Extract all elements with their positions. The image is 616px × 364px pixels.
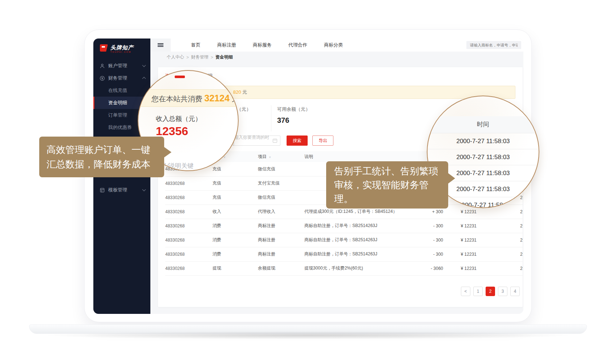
- callout-right-text: 告别手工统计、告别繁琐审核，实现智能财务管理。: [334, 166, 438, 204]
- nav-tab-4[interactable]: 商标分类: [324, 42, 343, 48]
- brand-logo-icon: [100, 44, 108, 52]
- cell-time: 2000-7-27 11:58:03: [477, 233, 523, 247]
- sidebar-item-1[interactable]: 财务管理: [93, 72, 150, 84]
- table-row: 48330268消费商标注册商标自助注册，订单号：SB2514263J- 300…: [165, 233, 523, 247]
- table-row: 48330268消费商标注册商标自助注册，订单号：SB2514263J- 300…: [165, 219, 523, 233]
- callout-right-arrow-icon: [448, 173, 455, 184]
- sidebar-item-label: 模板管理: [108, 187, 127, 193]
- cell-type: 充值: [212, 162, 258, 176]
- nav-tab-0[interactable]: 首页: [191, 42, 200, 48]
- notice-amount: 820: [233, 89, 241, 95]
- top-nav: 首页商标注册商标服务代理合作商标分类: [150, 39, 523, 52]
- cell-order: 48330268: [165, 247, 212, 261]
- time-filter-placeholder: 请输入你要查询的时间: [230, 134, 273, 147]
- pagination: <12345: [461, 287, 523, 296]
- breadcrumb: 个人中心>财务管理>资金明细: [150, 52, 523, 63]
- cell-type: 充值: [212, 190, 258, 205]
- magnified-time-header: 时间: [427, 116, 539, 133]
- sidebar-subitem-2[interactable]: 在线充值: [93, 84, 150, 97]
- stat-balance-value: 376: [277, 116, 310, 125]
- cell-item: 微信充值: [258, 190, 304, 205]
- pagination-page-3[interactable]: 3: [498, 287, 507, 296]
- cell-balance: ¥ 12231: [443, 247, 477, 261]
- nav-tab-1[interactable]: 商标注册: [217, 42, 236, 48]
- laptop-shadow: [40, 331, 576, 339]
- cell-desc: 商标自助注册，订单号：SB2514263J: [304, 219, 417, 233]
- cell-balance: ¥ 12231: [443, 233, 477, 247]
- brand-name: 头牌知产: [110, 44, 134, 51]
- magnified-tab-fragment: [175, 76, 185, 78]
- chevron-down-icon: [142, 64, 146, 67]
- cell-order: 48330268: [165, 233, 212, 247]
- pagination-prev-button[interactable]: <: [461, 287, 470, 296]
- pagination-page-2[interactable]: 2: [486, 287, 495, 296]
- table-row: 48330268消费商标注册商标自助注册，订单号：SB2514263J- 300…: [165, 247, 523, 261]
- cell-time: 2000-7-27 11:58:03: [477, 261, 523, 275]
- brand-logo: 头牌知产 TOUPAI.COM: [93, 39, 150, 60]
- sidebar-item-0[interactable]: 账户管理: [93, 60, 150, 72]
- sidebar-item-label: 账户管理: [108, 62, 127, 69]
- sidebar-item-7[interactable]: 模板管理: [93, 184, 150, 196]
- cell-desc: 提现3000元，手续费2%(60元): [304, 261, 417, 275]
- search-button[interactable]: 搜索: [287, 136, 308, 146]
- cell-balance: ¥ 12231: [443, 219, 477, 233]
- hamburger-menu-icon[interactable]: [150, 39, 171, 52]
- cell-item: 支付宝充值: [258, 176, 304, 190]
- breadcrumb-item-1[interactable]: 财务管理: [191, 54, 208, 60]
- cell-type: 消费: [212, 247, 258, 261]
- cell-amount: - 300: [417, 233, 443, 247]
- breadcrumb-separator: >: [211, 55, 213, 60]
- cell-order: 48330268: [165, 219, 212, 233]
- cell-item: 余额提现: [258, 261, 304, 275]
- notice-unit: 元: [242, 89, 247, 95]
- sort-chevron-icon: ∨: [269, 155, 271, 159]
- cell-order: 48330268: [165, 205, 212, 219]
- cell-amount: - 3060: [417, 261, 443, 275]
- cell-time: 2000-7-27 11:58:03: [477, 219, 523, 233]
- magnified-notice: 您在本站共消费 32124 元: [138, 89, 238, 107]
- cell-order: 48330268: [165, 190, 212, 205]
- cell-desc: 商标自助注册，订单号：SB2514263J: [304, 247, 417, 261]
- cell-type: 消费: [212, 233, 258, 247]
- magnified-income-value: 12356: [156, 125, 188, 138]
- pagination-page-4[interactable]: 4: [510, 287, 520, 296]
- stat-balance: 可用余额（元） 376: [271, 105, 310, 132]
- export-button[interactable]: 导出: [312, 136, 333, 146]
- cell-time: 2000-7-27 11:58:03: [477, 247, 523, 261]
- breadcrumb-item-0[interactable]: 个人中心: [167, 54, 184, 60]
- cell-type: 充值: [212, 176, 258, 190]
- magnified-income-label: 收入总额（元）: [156, 114, 202, 123]
- nav-tab-2[interactable]: 商标服务: [253, 42, 272, 48]
- callout-left-text: 高效管理账户订单、一键汇总数据，降低财务成本: [46, 144, 150, 170]
- breadcrumb-separator: >: [186, 55, 189, 60]
- sidebar-item-label: 财务管理: [108, 75, 127, 81]
- callout-left: 高效管理账户订单、一键汇总数据，降低财务成本: [39, 137, 164, 177]
- brand-subtext: TOUPAI.COM: [110, 51, 134, 53]
- stat-balance-label: 可用余额（元）: [277, 106, 310, 113]
- trademark-search-input[interactable]: [466, 41, 521, 49]
- cell-item: 微信充值: [258, 162, 304, 176]
- cell-item: 商标注册: [258, 247, 304, 261]
- cell-desc: 商标自助注册，订单号：SB2514263J: [304, 233, 417, 247]
- cell-type: 提现: [212, 261, 258, 275]
- cell-item: 代理收入: [258, 205, 304, 219]
- cell-amount: - 300: [417, 247, 443, 261]
- pagination-page-1[interactable]: 1: [473, 287, 483, 296]
- cell-amount: - 300: [417, 219, 443, 233]
- cell-order: 48330268: [165, 261, 212, 275]
- nav-tab-3[interactable]: 代理合作: [288, 42, 307, 48]
- breadcrumb-item-2: 资金明细: [215, 54, 233, 60]
- stage: 头牌知产 TOUPAI.COM 账户管理财务管理在线充值资金明细订单管理我的优惠…: [0, 0, 616, 364]
- column-header-2[interactable]: 项目 ∨: [258, 151, 304, 162]
- cell-type: 收入: [212, 205, 258, 219]
- cell-balance: ¥ 12231: [443, 261, 477, 275]
- cell-item: 商标注册: [258, 219, 304, 233]
- callout-right: 告别手工统计、告别繁琐审核，实现智能财务管理。: [326, 161, 448, 209]
- magnified-time-row: 2000-7-27 11:58:03: [427, 133, 539, 149]
- chevron-down-icon: [142, 188, 146, 191]
- callout-left-arrow-icon: [164, 147, 171, 158]
- cell-type: 消费: [212, 219, 258, 233]
- column-header-3: 说明: [304, 151, 417, 162]
- cell-order: 48330268: [165, 176, 212, 190]
- calendar-icon: [273, 139, 277, 143]
